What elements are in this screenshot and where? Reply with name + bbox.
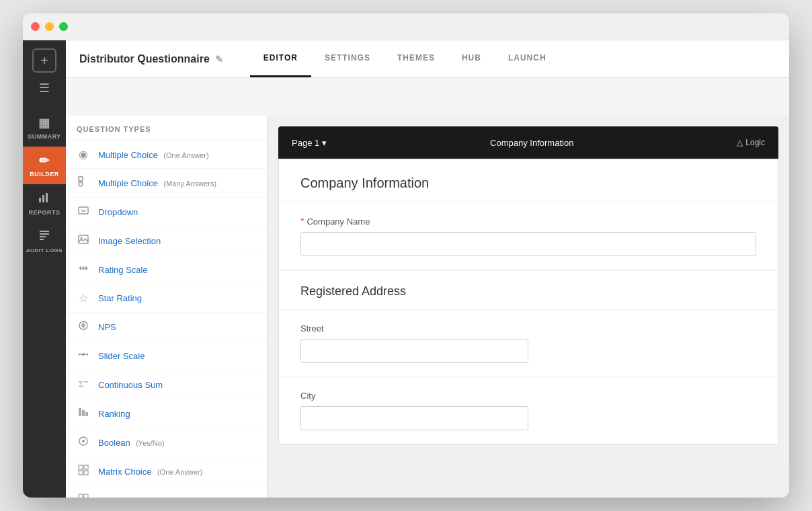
summary-icon: ▦ — [38, 116, 50, 130]
close-button[interactable] — [31, 22, 40, 31]
minimize-button[interactable] — [45, 22, 54, 31]
svg-rect-30 — [79, 465, 83, 469]
svg-rect-31 — [84, 465, 88, 469]
sidebar-icons: + ☰ ▦ SUMMARY ✏ BUILDER REPORTS — [23, 40, 66, 498]
question-item-ranking[interactable]: Ranking — [66, 399, 267, 428]
city-label: City — [300, 391, 756, 401]
svg-rect-27 — [85, 412, 88, 416]
titlebar — [23, 13, 789, 40]
street-field-block: Street — [279, 310, 778, 377]
registered-address-section-title: Registered Address — [279, 270, 778, 310]
required-indicator: * — [300, 216, 304, 227]
top-header: Distributor Questionnaire ✎ EDITOR SETTI… — [66, 40, 789, 78]
logic-icon: △ — [737, 138, 743, 147]
matrix-one-sub: (One Answer) — [157, 468, 202, 476]
builder-icon: ✏ — [39, 153, 50, 168]
menu-icon[interactable]: ☰ — [39, 81, 50, 95]
street-label-text: Street — [300, 323, 324, 333]
sidebar-item-label: REPORTS — [28, 209, 60, 216]
question-item-star-rating[interactable]: ☆ Star Rating — [66, 284, 267, 313]
svg-text:Σ: Σ — [79, 379, 84, 389]
company-info-section-title: Company Information — [279, 159, 778, 202]
question-panel-header: QUESTION TYPES — [66, 116, 267, 141]
matrix-many-sub: (Many Answers) — [157, 497, 210, 498]
header-tabs: EDITOR SETTINGS THEMES HUB LAUNCH — [250, 40, 560, 77]
slider-scale-icon — [77, 349, 90, 362]
svg-rect-7 — [79, 177, 83, 181]
mc-one-label: Multiple Choice — [98, 150, 158, 160]
svg-rect-6 — [40, 239, 44, 240]
question-types-panel: QUESTION TYPES ◉ Multiple Choice (One An… — [66, 116, 268, 498]
editor-content: Page 1 ▾ Company Information △ Logic Com… — [268, 116, 789, 498]
continuous-sum-label: Continuous Sum — [98, 380, 163, 390]
app-body: + ☰ ▦ SUMMARY ✏ BUILDER REPORTS — [23, 40, 789, 498]
mc-many-label: Multiple Choice — [98, 178, 158, 188]
sidebar-item-label: BUILDER — [30, 171, 59, 178]
question-item-matrix-many[interactable]: Matrix Choice (Many Answers) — [66, 486, 267, 498]
question-item-slider-scale[interactable]: Slider Scale — [66, 342, 267, 370]
logic-button[interactable]: △ Logic — [737, 138, 765, 147]
question-item-mc-one[interactable]: ◉ Multiple Choice (One Answer) — [66, 141, 267, 169]
boolean-icon — [77, 436, 90, 449]
audit-logs-icon — [38, 229, 50, 245]
sidebar-item-builder[interactable]: ✏ BUILDER — [23, 147, 66, 184]
mc-many-icon — [77, 176, 90, 190]
company-name-label-text: Company Name — [307, 217, 370, 227]
star-rating-label: Star Rating — [98, 293, 142, 303]
tab-editor[interactable]: EDITOR — [250, 40, 311, 77]
rating-scale-label: Rating Scale — [98, 265, 148, 275]
matrix-many-label: Matrix Choice — [98, 496, 151, 498]
page-title[interactable]: Page 1 ▾ — [292, 138, 327, 148]
nps-label: NPS — [98, 322, 116, 332]
street-input[interactable] — [300, 339, 528, 363]
page-header-bar: Page 1 ▾ Company Information △ Logic — [278, 126, 778, 159]
company-name-field-block: * Company Name — [279, 202, 778, 270]
matrix-one-label: Matrix Choice — [98, 467, 151, 477]
city-input[interactable] — [300, 406, 528, 430]
rating-scale-icon — [77, 263, 90, 276]
sidebar-item-audit-logs[interactable]: AUDIT LOGS — [23, 223, 66, 260]
svg-rect-34 — [79, 494, 83, 498]
tab-settings[interactable]: SETTINGS — [311, 40, 384, 77]
question-item-mc-many[interactable]: Multiple Choice (Many Answers) — [66, 169, 267, 198]
question-item-rating-scale[interactable]: Rating Scale — [66, 256, 267, 284]
company-name-label: * Company Name — [300, 216, 756, 227]
svg-rect-32 — [79, 471, 83, 475]
tab-launch[interactable]: LAUNCH — [495, 40, 560, 77]
company-name-input[interactable] — [300, 232, 756, 256]
question-item-continuous-sum[interactable]: Σ Continuous Sum — [66, 370, 267, 399]
image-selection-icon — [77, 234, 90, 247]
svg-rect-1 — [42, 195, 44, 202]
questionnaire-title: Distributor Questionnaire — [79, 53, 210, 65]
sidebar-item-reports[interactable]: REPORTS — [23, 184, 66, 223]
question-item-matrix-one[interactable]: Matrix Choice (One Answer) — [66, 457, 267, 486]
svg-marker-21 — [86, 353, 88, 356]
svg-rect-33 — [84, 471, 88, 475]
sidebar-item-summary[interactable]: ▦ SUMMARY — [23, 109, 66, 147]
svg-rect-5 — [40, 236, 46, 237]
header-title-area: Distributor Questionnaire ✎ — [79, 53, 223, 65]
question-item-nps[interactable]: NPS — [66, 313, 267, 342]
page-chevron-icon: ▾ — [322, 138, 327, 148]
svg-rect-2 — [46, 193, 48, 202]
add-button[interactable]: + — [32, 48, 56, 73]
question-item-image-selection[interactable]: Image Selection — [66, 227, 267, 256]
maximize-button[interactable] — [59, 22, 68, 31]
matrix-one-icon — [77, 465, 90, 478]
svg-rect-3 — [40, 231, 49, 232]
dropdown-icon — [77, 205, 90, 219]
question-item-boolean[interactable]: Boolean (Yes/No) — [66, 428, 267, 457]
tab-hub[interactable]: HUB — [448, 40, 495, 77]
mc-one-sub: (One Answer) — [163, 151, 208, 159]
svg-rect-35 — [84, 494, 88, 498]
question-item-dropdown[interactable]: Dropdown — [66, 198, 267, 227]
edit-title-icon[interactable]: ✎ — [215, 54, 223, 65]
svg-point-22 — [82, 353, 85, 356]
svg-marker-20 — [79, 353, 81, 356]
matrix-many-icon — [77, 494, 90, 498]
page-title-text: Page 1 — [292, 138, 319, 148]
tab-themes[interactable]: THEMES — [384, 40, 448, 77]
svg-rect-0 — [39, 198, 41, 202]
ranking-label: Ranking — [98, 409, 130, 419]
svg-rect-26 — [82, 410, 85, 416]
